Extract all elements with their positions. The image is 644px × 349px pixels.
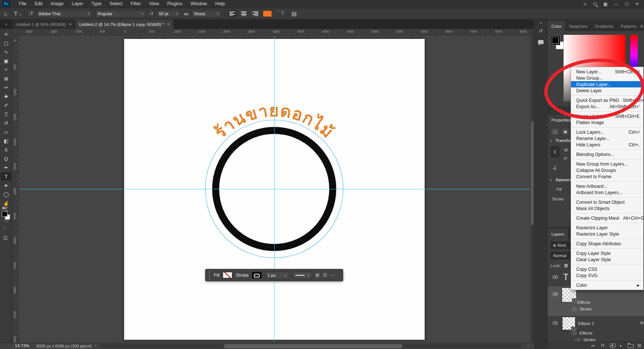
align-center-button[interactable] [240,10,248,17]
document-tab-1[interactable]: Untitled-1 @ 50% (RGB/8)✕ [12,20,76,29]
font-size-select[interactable]: 60 pt∨ [157,10,180,17]
menu-type[interactable]: Type [87,0,106,8]
document-tab-2[interactable]: Untitled-2 @ 14.7% (Ellipse 1 copy, RGB/… [76,20,174,29]
workspace-icon[interactable]: ▦ [603,1,607,7]
menu-item-color[interactable]: Color▶ [571,282,643,288]
quick-mask-icon[interactable]: ◌ [3,225,6,231]
menu-help[interactable]: Help [211,0,229,8]
menu-item-new-group-from-layers[interactable]: New Group from Layers... [571,161,643,167]
object-selection-tool[interactable]: ▣ [1,57,11,65]
menu-item-copy-css[interactable]: Copy CSS [571,266,643,272]
menu-plugins[interactable]: Plugins [163,0,186,8]
menu-item-convert-to-frame[interactable]: Convert to Frame [571,173,643,180]
menu-item-copy-layer-style[interactable]: Copy Layer Style [571,250,643,256]
text-color-swatch[interactable] [263,10,272,17]
history-brush-tool[interactable]: ↺ [1,119,11,127]
ellipse-shape-tool[interactable]: ◯ [1,190,11,198]
home-icon[interactable]: ⌂ [4,10,7,17]
menu-item-create-clipping-mask[interactable]: Create Clipping MaskAlt+Ctrl+G [571,215,643,221]
font-style-select[interactable]: Regular∨ [95,10,146,17]
tab-swatches[interactable]: Swatches [565,21,591,31]
layer-name[interactable]: Ellipse 1 [578,321,594,326]
canvas-area[interactable]: ร้านขายดอกไม้ Fill Stroke 1 px∨ ∨ ⊞ ☵ ⋯ [19,35,531,343]
brush-tool[interactable]: ✐ [1,101,11,109]
menu-item-export-as[interactable]: Export As...Alt+Shift+Ctrl+' [571,103,643,110]
anti-alias-select[interactable]: Sharp∨ [192,10,221,17]
lock-transparency-icon[interactable]: ▦ [564,263,568,268]
ruler-origin-corner[interactable] [12,29,19,35]
effects-label[interactable]: Effects [580,331,592,335]
menu-item-artboard-from-layers[interactable]: Artboard from Layers... [571,189,643,196]
comments-panel-icon[interactable] [538,40,544,44]
tab-gradients[interactable]: Gradients [591,21,617,31]
layer-thumbnail[interactable] [562,317,575,330]
tab-patterns[interactable]: Patterns [617,21,640,31]
more-options-icon[interactable]: ⋯ [331,272,335,278]
search-icon[interactable] [593,2,597,6]
minimize-button[interactable]: — [614,2,618,6]
scroll-right-icon[interactable]: › [528,343,529,348]
layer-visibility-eye[interactable] [552,275,558,279]
menu-item-rename-layer[interactable]: Rename Layer... [571,135,643,142]
more-tools[interactable]: ⋯ [1,217,11,225]
lasso-tool[interactable]: ∿ [1,48,11,56]
menu-item-blending-options[interactable]: Blending Options... [571,151,643,157]
drag-handle[interactable] [209,271,210,279]
hand-tool[interactable]: ☝ [1,199,11,207]
duplicate-shape-icon[interactable]: ⊞ [315,272,319,278]
collapse-panels-icon[interactable]: « [534,21,548,25]
menu-item-merge-visible[interactable]: Merge VisibleShift+Ctrl+E [571,113,643,119]
horizontal-scrollbar[interactable] [99,344,522,348]
menu-item-clear-layer-style[interactable]: Clear Layer Style [571,256,643,263]
tab-color[interactable]: Color [548,21,565,31]
fx-badge[interactable]: fx [640,320,644,325]
layer-style-icon[interactable]: fx [601,343,604,348]
fill-swatch[interactable] [223,272,232,278]
menu-item-new-layer[interactable]: New Layer...Shift+Ctrl+N [571,69,643,75]
transform-mode-icon[interactable]: ▢ [551,128,560,135]
move-tool[interactable]: ✛ [1,30,11,38]
menu-item-rasterize-layer-style[interactable]: Rasterize Layer Style [571,231,643,237]
close-button[interactable]: ✕ [635,1,639,6]
effects-label[interactable]: Effects [577,300,590,305]
frame-tool[interactable]: ⊠ [1,74,11,83]
menu-item-delete-layer[interactable]: Delete Layer [571,87,643,94]
menu-item-convert-to-smart-object[interactable]: Convert to Smart Object [571,199,643,205]
menu-item-copy-svg[interactable]: Copy SVG [571,272,643,279]
menu-item-rasterize-layer[interactable]: Rasterize Layer [571,225,643,231]
menu-item-flatten-image[interactable]: Flatten Image [571,119,643,126]
warp-text-icon[interactable]: ⌒T [275,10,284,17]
close-tab-icon[interactable]: ✕ [69,22,72,26]
curved-text[interactable]: ร้านขายดอกไม้ [210,101,338,142]
layer-visibility-eye[interactable] [552,321,558,325]
effect-visibility-eye[interactable] [571,308,577,311]
layer-visibility-eye[interactable] [552,292,558,296]
align-left-button[interactable] [228,10,236,17]
gradient-tool[interactable]: ◧ [1,137,11,145]
history-panel-icon[interactable]: ↺ [534,28,548,34]
mask-mode-icon[interactable]: ◉ [561,128,570,135]
align-right-button[interactable] [251,10,259,17]
menu-item-copy-shape-attributes[interactable]: Copy Shape Attributes [571,240,643,247]
menu-item-quick-export-as-png[interactable]: Quick Export as PNGShift+Ctrl+' [571,97,643,103]
stroke-type-select[interactable]: ∨ [293,272,312,279]
type-tool-preset-icon[interactable]: T ∨ [14,10,21,17]
add-mask-icon[interactable] [610,343,615,348]
screen-mode-icon[interactable]: ◫ [3,235,7,240]
toggle-panels-icon[interactable]: ▤ [291,10,296,17]
bell-icon[interactable]: ⍾ [584,1,587,7]
maximize-button[interactable]: ▢ [625,1,628,6]
blur-tool[interactable]: δ [1,146,11,154]
shape-properties-bar[interactable]: Fill Stroke 1 px∨ ∨ ⊞ ☵ ⋯ [205,269,343,281]
vertical-ruler[interactable]: 0500100015002000250030003500400045005000… [12,35,19,343]
menu-image[interactable]: Image [47,0,68,8]
font-family-select[interactable]: Adobe Thai∨ [36,10,92,17]
zoom-level[interactable]: 14.73% [15,343,29,348]
tab-layers[interactable]: Layers [548,229,568,239]
stroke-swatch[interactable] [252,272,262,278]
scroll-left-icon[interactable]: ‹ [95,343,96,348]
foreground-color-swatch[interactable] [2,211,7,217]
status-expand-icon[interactable]: › [89,343,90,348]
stroke-effect-label[interactable]: Stroke [580,307,592,311]
menu-item-lock-layers[interactable]: Lock Layers...Ctrl+/ [571,129,643,135]
